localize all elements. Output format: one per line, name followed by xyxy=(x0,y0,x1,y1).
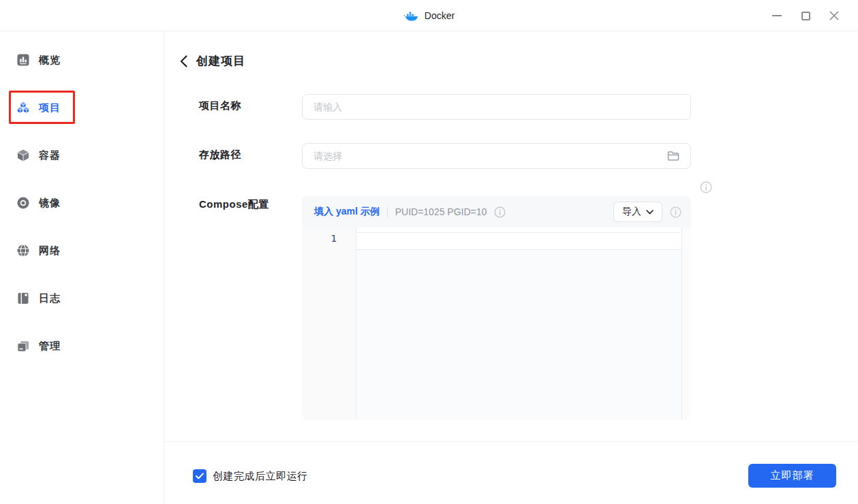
containers-icon xyxy=(16,148,30,162)
sidebar-item-containers[interactable]: 容器 xyxy=(0,140,164,170)
compose-toolbar: 填入 yaml 示例 PUID=1025 PGID=10 导入 xyxy=(302,196,691,227)
titlebar: Docker xyxy=(0,0,858,31)
docker-whale-icon xyxy=(403,10,418,22)
fill-yaml-example-link[interactable]: 填入 yaml 示例 xyxy=(314,206,380,218)
sidebar-item-label: 网络 xyxy=(39,245,61,257)
project-name-input[interactable] xyxy=(302,94,691,120)
sidebar: 概览 项目 xyxy=(0,32,164,504)
yaml-code-editor[interactable]: 1 xyxy=(302,227,691,420)
manage-icon xyxy=(16,339,30,353)
close-icon[interactable] xyxy=(820,0,848,31)
folder-icon[interactable] xyxy=(667,149,680,163)
editor-top-padding xyxy=(357,227,681,232)
editor-scrollbar-track[interactable] xyxy=(681,227,691,420)
images-icon xyxy=(16,196,30,210)
overview-icon xyxy=(16,53,30,67)
storage-path-label: 存放路径 xyxy=(199,148,241,161)
network-icon xyxy=(16,244,30,257)
line-number: 1 xyxy=(302,233,356,244)
sidebar-item-label: 管理 xyxy=(39,340,61,353)
projects-icon xyxy=(16,101,30,114)
run-after-create-label[interactable]: 创建完成后立即运行 xyxy=(213,470,308,483)
import-button[interactable]: 导入 xyxy=(613,202,662,222)
editor-gutter: 1 xyxy=(302,227,356,420)
chevron-down-icon xyxy=(646,210,654,215)
path-info-icon[interactable] xyxy=(700,181,712,193)
logs-icon xyxy=(16,292,30,305)
toolbar-divider xyxy=(387,207,388,217)
compose-config-label: Compose配置 xyxy=(199,198,269,211)
puid-info-icon[interactable] xyxy=(494,206,506,218)
compose-config-box: 填入 yaml 示例 PUID=1025 PGID=10 导入 xyxy=(302,196,691,420)
sidebar-item-overview[interactable]: 概览 xyxy=(0,45,164,75)
sidebar-item-label: 概览 xyxy=(39,54,61,67)
app-title: Docker xyxy=(425,10,455,21)
puid-pgid-text: PUID=1025 PGID=10 xyxy=(395,206,487,217)
import-info-icon[interactable] xyxy=(670,206,681,218)
page-header: 创建项目 xyxy=(180,53,245,69)
storage-path-input[interactable] xyxy=(302,143,691,169)
sidebar-item-network[interactable]: 网络 xyxy=(0,236,164,266)
sidebar-item-label: 日志 xyxy=(39,292,61,305)
page-title: 创建项目 xyxy=(196,53,245,69)
main-content: 创建项目 项目名称 存放路径 Compose配置 填入 yaml 示例 PUID… xyxy=(165,32,858,504)
deploy-now-button[interactable]: 立即部署 xyxy=(748,464,836,488)
sidebar-item-label: 项目 xyxy=(39,101,61,114)
docker-app-window: Docker 概览 xyxy=(0,0,858,504)
project-name-label: 项目名称 xyxy=(199,99,241,112)
check-icon xyxy=(196,473,204,479)
footer-bar: 创建完成后立即运行 立即部署 xyxy=(165,441,858,504)
back-icon[interactable] xyxy=(180,55,187,67)
window-controls xyxy=(763,0,848,31)
sidebar-item-label: 容器 xyxy=(39,149,61,162)
titlebar-app-identity: Docker xyxy=(403,0,455,31)
sidebar-item-manage[interactable]: 管理 xyxy=(0,331,164,361)
maximize-icon[interactable] xyxy=(791,0,820,31)
sidebar-item-logs[interactable]: 日志 xyxy=(0,283,164,313)
run-after-create-checkbox[interactable] xyxy=(193,469,206,483)
minimize-icon[interactable] xyxy=(763,0,791,31)
sidebar-item-images[interactable]: 镜像 xyxy=(0,188,164,218)
import-button-label: 导入 xyxy=(622,206,641,218)
sidebar-item-projects[interactable]: 项目 xyxy=(0,93,164,123)
editor-active-line xyxy=(357,232,681,250)
sidebar-item-label: 镜像 xyxy=(39,197,61,210)
